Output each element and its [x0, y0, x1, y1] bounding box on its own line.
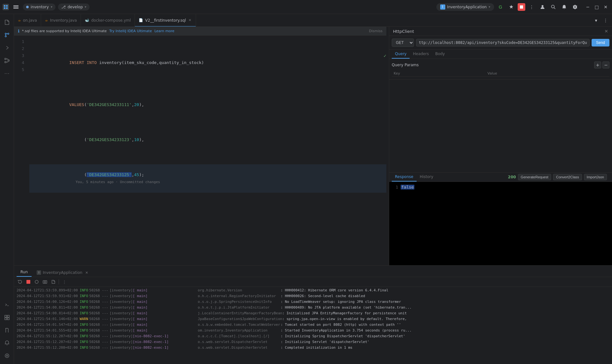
- log-level: INFO: [80, 293, 89, 299]
- sidebar-notifications-icon[interactable]: [1, 337, 13, 349]
- tab-docker-compose[interactable]: 🐋 docker-compose.yml: [81, 14, 135, 27]
- tab-history[interactable]: History: [417, 173, 437, 182]
- log-timestamp: 2024-04-12T21:53:59.931+02:00: [17, 293, 78, 299]
- search-button[interactable]: [549, 3, 558, 11]
- empty-space: [389, 80, 612, 173]
- rerun-button[interactable]: [17, 278, 24, 285]
- log-class: om.inventory.InventoryApplication: [198, 328, 281, 333]
- log-pid: 50268 ---: [89, 322, 108, 328]
- sidebar-plugins-icon[interactable]: [1, 350, 13, 361]
- status-code: 200: [508, 175, 516, 179]
- more-toolbar-button[interactable]: ⋮: [61, 278, 68, 285]
- log-thread: [nio-8082-exec-1]: [133, 333, 197, 339]
- hamburger-menu-button[interactable]: [11, 3, 20, 11]
- log-level: INFO: [80, 333, 89, 339]
- sidebar-icons: ⋯: [0, 14, 14, 364]
- grammarly-button[interactable]: G: [496, 3, 505, 11]
- sidebar-files-icon[interactable]: [1, 17, 13, 28]
- add-param-button[interactable]: +: [594, 61, 601, 68]
- code-lines[interactable]: INSERT INTO inventory(item_sku_code,quan…: [27, 36, 386, 265]
- java-icon-2: ☕: [45, 18, 48, 22]
- log-content[interactable]: 2024-04-12T21:53:59.899+02:00 INFO 50268…: [14, 287, 612, 364]
- tab-close-button[interactable]: ✕: [188, 18, 192, 23]
- tab-more-button[interactable]: ▾: [592, 16, 601, 25]
- remove-param-button[interactable]: −: [602, 61, 609, 68]
- log-thread: [ main]: [133, 328, 197, 333]
- url-input[interactable]: [416, 39, 590, 46]
- log-thread: [ main]: [133, 322, 197, 328]
- sidebar-vcs-icon[interactable]: [1, 29, 13, 41]
- log-thread: [ main]: [133, 316, 197, 322]
- project-selector[interactable]: inventory ▾: [23, 4, 55, 11]
- bottom-toolbar: ⋮: [14, 277, 612, 287]
- sidebar-git-icon[interactable]: [1, 325, 13, 336]
- log-pid: 50268 ---: [89, 339, 108, 345]
- log-level: INFO: [80, 305, 89, 310]
- generate-request-button[interactable]: GenerateRequest: [518, 174, 551, 180]
- stop-run-button[interactable]: [25, 278, 32, 285]
- notifications-button[interactable]: [560, 3, 569, 11]
- log-level: WARN: [80, 316, 89, 322]
- log-class: o.h.c.internal.RegionFactoryInitiator: [198, 293, 281, 299]
- tab-inventory-app[interactable]: I InventoryApplication ✕: [33, 268, 92, 277]
- tab-body[interactable]: Body: [432, 50, 448, 59]
- app-tab-icon: I: [37, 270, 41, 275]
- plugin-button[interactable]: [507, 3, 516, 11]
- log-class: o.s.web.servlet.DispatcherServlet: [198, 345, 281, 351]
- toolbar-separator: [59, 279, 59, 284]
- import-json-button[interactable]: ImportJson: [584, 174, 607, 180]
- screenshot-button[interactable]: [41, 278, 48, 285]
- tab-response[interactable]: Response: [392, 173, 417, 182]
- tab-inventory-java[interactable]: ☕ Inventory.java: [41, 14, 81, 27]
- titlebar: inventory ▾ ⎇ develop ▾ I InventoryAppli…: [0, 0, 612, 14]
- send-button[interactable]: Send: [592, 39, 609, 46]
- run-configuration-selector[interactable]: I InventoryApplication ▾: [436, 3, 494, 11]
- split-gutter[interactable]: [386, 27, 389, 265]
- convert2class-button[interactable]: Convert2Class: [553, 174, 582, 180]
- tab-options-button[interactable]: ⋮: [601, 16, 610, 25]
- log-thread: [ main]: [133, 299, 197, 305]
- app-dropdown-icon: ▾: [489, 5, 490, 9]
- tab-headers[interactable]: Headers: [410, 50, 432, 59]
- log-class: o.a.c.c.C.[Tomcat].[localhost].[/]: [198, 333, 281, 339]
- close-button[interactable]: ✕: [602, 3, 609, 11]
- http-method-select[interactable]: GET POST PUT DELETE: [392, 39, 414, 47]
- log-class: o.s.b.w.embedded.tomcat.TomcatWebServer: [198, 322, 281, 328]
- branch-selector[interactable]: ⎇ develop ▾: [58, 4, 90, 11]
- tab-run[interactable]: Run: [17, 268, 32, 277]
- sidebar-structure-icon[interactable]: [1, 55, 13, 66]
- bottom-panel: Run I InventoryApplication ✕: [14, 265, 612, 364]
- log-line-7: 2024-04-12T21:54:01.547+02:00 INFO 50268…: [14, 322, 612, 328]
- minimize-button[interactable]: ─: [584, 3, 592, 11]
- log-pid: 50268 ---: [89, 345, 108, 351]
- value-header: Value: [485, 70, 609, 77]
- log-timestamp: 2024-04-12T21:55:12.208+02:00: [17, 345, 78, 351]
- sidebar-build-icon[interactable]: [1, 312, 13, 323]
- sidebar-more-icon[interactable]: ⋯: [1, 68, 13, 79]
- code-editor[interactable]: 1 2 3 4 5 INSERT INTO inventory(item_sku…: [14, 36, 386, 265]
- sql-icon: 📄: [139, 18, 143, 22]
- log-message: : Completed initialization in 1 ms: [281, 345, 609, 351]
- more-options-button[interactable]: ⋮: [527, 3, 536, 11]
- suspend-button[interactable]: [33, 278, 40, 285]
- http-client-close-button[interactable]: ✕: [604, 29, 608, 34]
- project-name: inventory: [31, 5, 49, 9]
- tab-v2-sql[interactable]: 📄 V2__firstInventory.sql ✕: [135, 14, 196, 27]
- maximize-button[interactable]: □: [593, 3, 601, 11]
- tab-query[interactable]: Query: [392, 50, 410, 59]
- dismiss-button[interactable]: Dismiss: [369, 29, 383, 33]
- try-intellij-link[interactable]: Try IntelliJ IDEA Ultimate: [109, 29, 152, 33]
- learn-more-link[interactable]: Learn more: [154, 29, 174, 33]
- app-tab-close-button[interactable]: ✕: [85, 271, 88, 275]
- sidebar-run-icon[interactable]: [1, 42, 13, 54]
- log-class: o.s.web.servlet.DispatcherServlet: [198, 339, 281, 345]
- stop-button[interactable]: [518, 3, 525, 11]
- profile-button[interactable]: [538, 3, 547, 11]
- log-line-9: 2024-04-12T21:55:12.207+02:00 INFO 50268…: [14, 333, 612, 339]
- sidebar-terminal-icon[interactable]: [1, 299, 13, 310]
- settings-button[interactable]: [571, 3, 579, 11]
- log-thread: [nio-8082-exec-1]: [133, 345, 197, 351]
- tab-on-java[interactable]: ☕ on.java: [14, 14, 41, 27]
- save-output-button[interactable]: [50, 278, 57, 285]
- code-line-2: VALUES('DE342GES34233111',20),: [29, 94, 386, 115]
